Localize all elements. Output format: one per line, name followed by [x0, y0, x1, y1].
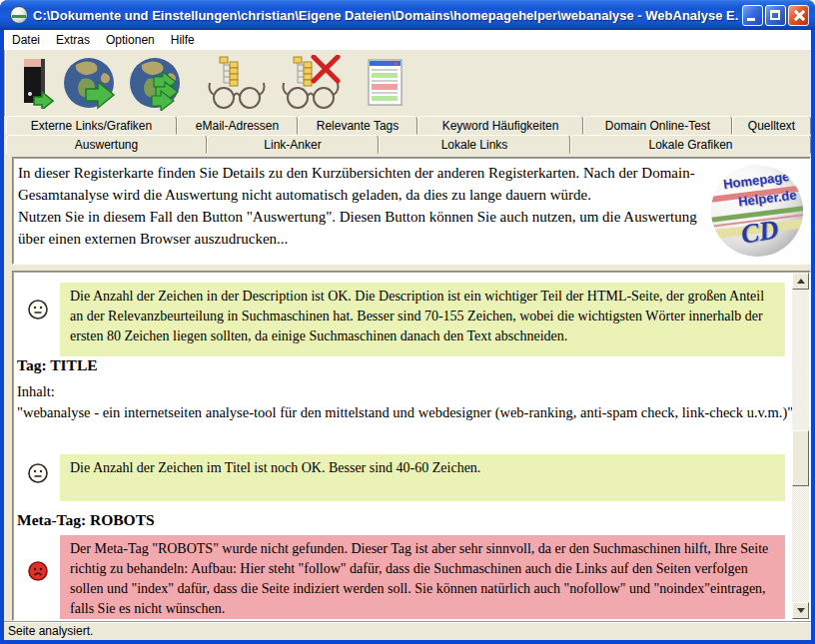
label-inhalt: Inhalt: — [17, 383, 55, 400]
menu-hilfe[interactable]: Hilfe — [163, 31, 203, 49]
info-text: In dieser Registerkarte finden Sie Detai… — [18, 162, 705, 250]
report-content: Die Anzahl der Zeichen in der Descriptio… — [14, 273, 792, 619]
tab-link-anker[interactable]: Link-Anker — [207, 135, 379, 154]
tab-externe-links-grafiken[interactable]: Externe Links/Grafiken — [6, 116, 177, 135]
menu-datei[interactable]: Datei — [4, 31, 48, 49]
open-report-icon — [368, 59, 404, 107]
analyze-webpage-globe-icon — [62, 55, 120, 111]
sad-red-face-icon — [27, 560, 49, 582]
scrollbar-thumb[interactable] — [792, 430, 809, 486]
status-text: Seite analysiert. — [8, 624, 93, 638]
menu-bar: Datei Extras Optionen Hilfe — [4, 30, 811, 50]
tab-row-front: Auswertung Link-Anker Lokale Links Lokal… — [6, 135, 811, 154]
message-description-ok: Die Anzahl der Zeichen in der Descriptio… — [60, 283, 785, 356]
title-bar: C:\Dokumente und Einstellungen\christian… — [0, 0, 815, 30]
open-report-button[interactable] — [368, 54, 404, 112]
view-local-files-button[interactable] — [206, 54, 270, 112]
report-panel: Die Anzahl der Zeichen in der Descriptio… — [12, 271, 811, 621]
maximize-button[interactable] — [765, 5, 786, 26]
scroll-down-button[interactable] — [792, 602, 809, 619]
tab-auswertung-active[interactable]: Auswertung — [6, 135, 207, 154]
close-button[interactable] — [788, 5, 809, 26]
tab-relevante-tags[interactable]: Relevante Tags — [298, 116, 417, 135]
view-local-files-glasses-icon — [206, 55, 270, 111]
tab-keyword-haeufigkeiten[interactable]: Keyword Häufigkeiten — [417, 116, 583, 135]
neutral-face-icon — [27, 462, 49, 484]
tab-lokale-links[interactable]: Lokale Links — [379, 135, 570, 154]
app-sphere-icon — [10, 6, 28, 24]
analyze-local-file-button[interactable] — [18, 54, 54, 112]
analyze-domain-button[interactable] — [128, 54, 190, 112]
info-panel: In dieser Registerkarte finden Sie Detai… — [12, 157, 811, 265]
tab-domain-online-test[interactable]: Domain Online-Test — [583, 116, 732, 135]
minimize-button[interactable] — [742, 5, 763, 26]
vertical-scrollbar[interactable] — [792, 273, 809, 619]
homepagehelper-logo-icon: Homepage Helper.de CD — [711, 165, 803, 257]
scroll-up-icon — [797, 279, 805, 284]
info-paragraph-1: In dieser Registerkarte finden Sie Detai… — [18, 162, 705, 206]
menu-extras[interactable]: Extras — [48, 31, 98, 49]
app-window: C:\Dokumente und Einstellungen\christian… — [0, 0, 815, 644]
scroll-up-button[interactable] — [792, 273, 809, 290]
window-title: C:\Dokumente und Einstellungen\christian… — [33, 8, 738, 23]
heading-tag-title: Tag: TITLE — [17, 356, 98, 374]
status-bar: Seite analysiert. — [4, 621, 811, 640]
message-title-ok: Die Anzahl der Zeichen im Titel ist noch… — [60, 454, 785, 501]
analyze-domain-globe-icon — [128, 55, 190, 111]
scroll-down-icon — [797, 608, 805, 613]
toolbar — [4, 50, 811, 116]
title-tag-value: "webanalyse - ein internetseiten analyse… — [17, 404, 792, 421]
analyze-webpage-button[interactable] — [62, 54, 120, 112]
logo-monogram: CD — [739, 214, 781, 250]
minimize-icon — [747, 18, 755, 21]
neutral-face-icon — [27, 299, 49, 321]
logo-text-helperde: Helper.de — [738, 187, 798, 209]
message-robots-missing: Der Meta-Tag "ROBOTS" wurde nicht gefund… — [60, 535, 785, 619]
tab-lokale-grafiken[interactable]: Lokale Grafiken — [570, 135, 811, 154]
info-paragraph-2: Nutzen Sie in diesem Fall den Button "Au… — [18, 206, 705, 250]
tab-email-adressen[interactable]: eMail-Adressen — [177, 116, 298, 135]
maximize-icon — [770, 10, 780, 20]
heading-meta-robots: Meta-Tag: ROBOTS — [17, 511, 155, 529]
tab-row-back: Externe Links/Grafiken eMail-Adressen Re… — [6, 116, 811, 135]
menu-optionen[interactable]: Optionen — [98, 31, 163, 49]
red-x-icon — [314, 57, 338, 81]
tab-quelltext[interactable]: Quelltext — [732, 116, 811, 135]
delete-local-files-button[interactable] — [280, 54, 344, 112]
analyze-local-file-icon — [18, 57, 54, 109]
delete-local-files-glasses-x-icon — [280, 55, 344, 111]
